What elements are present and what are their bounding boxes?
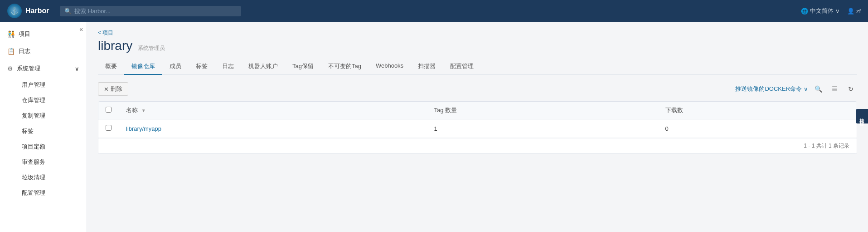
row-tag-count-cell: 1 <box>427 119 658 138</box>
sidebar-item-user-mgmt[interactable]: 用户管理 <box>15 77 87 93</box>
sidebar-label-gc-mgmt: 垃圾清理 <box>22 173 45 182</box>
user-icon: 👤 <box>847 8 854 15</box>
user-label: zf <box>856 8 861 15</box>
app-title: Harbor <box>25 7 49 15</box>
push-command-button[interactable]: 推送镜像的DOCKER命令 ∨ <box>735 85 808 93</box>
right-hint-text: 拷贝迁移 <box>859 114 865 118</box>
sidebar-item-tag-mgmt[interactable]: 标签 <box>15 123 87 139</box>
user-menu[interactable]: 👤 zf <box>847 8 861 15</box>
tab-webhooks[interactable]: Webhooks <box>369 59 411 75</box>
sidebar-item-repo-mgmt[interactable]: 仓库管理 <box>15 93 87 108</box>
pagination-label: 1 - 1 共计 1 条记录 <box>804 142 849 150</box>
sidebar-item-label-logs: 日志 <box>19 47 30 55</box>
nav-right: 🌐 中文简体 ∨ 👤 zf <box>801 7 861 15</box>
search-icon-button[interactable]: 🔍 <box>812 83 824 95</box>
tabs-bar: 概要 镜像仓库 成员 标签 日志 机器人账户 Tag保留 不可变的Tag <box>98 59 857 75</box>
projects-icon: 🧑‍🤝‍🧑 <box>7 30 15 38</box>
logo-area[interactable]: ⚓ Harbor <box>7 4 49 18</box>
tab-immutable-tags[interactable]: 不可变的Tag <box>321 59 369 75</box>
globe-icon: 🌐 <box>801 8 808 15</box>
row-name-cell: library/myapp <box>119 119 427 138</box>
breadcrumb-label: < 项目 <box>98 30 113 36</box>
search-icon: 🔍 <box>64 8 72 15</box>
sidebar-label-config-mgmt: 配置管理 <box>22 189 45 197</box>
sidebar-label-repo-mgmt: 仓库管理 <box>22 96 45 104</box>
tab-tag-retention[interactable]: Tag保留 <box>285 59 321 75</box>
list-view-icon: ☰ <box>832 85 838 93</box>
sidebar-item-label-projects: 项目 <box>19 30 30 38</box>
tab-config[interactable]: 配置管理 <box>443 59 481 75</box>
sidebar-item-gc-mgmt[interactable]: 垃圾清理 <box>15 170 87 185</box>
table-header-row: 名称 ▼ Tag 数量 下载数 <box>98 102 857 119</box>
lang-label: 中文简体 <box>810 7 834 15</box>
search-bar[interactable]: 🔍 <box>60 6 241 16</box>
breadcrumb[interactable]: < 项目 <box>98 29 857 37</box>
toolbar-right: 推送镜像的DOCKER命令 ∨ 🔍 ☰ ↻ <box>735 83 857 95</box>
app-logo-icon: ⚓ <box>7 4 22 18</box>
logs-icon: 📋 <box>7 48 15 55</box>
refresh-button[interactable]: ↻ <box>844 83 857 95</box>
sidebar-label-audit-mgmt: 审查服务 <box>22 158 45 166</box>
search-input[interactable] <box>74 8 237 15</box>
table-row: library/myapp 1 0 <box>98 119 857 138</box>
sidebar-label-replication-mgmt: 复制管理 <box>22 112 45 120</box>
tab-scanners[interactable]: 扫描器 <box>411 59 443 75</box>
sidebar: « 🧑‍🤝‍🧑 项目 📋 日志 ⚙ 系统管理 ∨ 用户管理 仓库管理 复制管 <box>0 22 87 232</box>
sidebar-item-label-admin: 系统管理 <box>17 64 40 73</box>
repository-table: 名称 ▼ Tag 数量 下载数 <box>98 102 857 138</box>
page-subtitle: 系统管理员 <box>138 44 165 52</box>
delete-x-icon: ✕ <box>104 86 109 93</box>
tab-repositories[interactable]: 镜像仓库 <box>124 59 162 75</box>
col-header-tag-count: Tag 数量 <box>427 102 658 119</box>
select-all-checkbox[interactable] <box>106 107 112 113</box>
search-icon: 🔍 <box>815 85 822 93</box>
right-hint-panel[interactable]: 拷贝迁移 <box>856 109 868 123</box>
pagination-row: 1 - 1 共计 1 条记录 <box>98 138 857 153</box>
main-content: < 项目 library 系统管理员 概要 镜像仓库 成员 标签 日志 <box>87 22 868 232</box>
language-switcher[interactable]: 🌐 中文简体 ∨ <box>801 7 840 15</box>
push-cmd-label: 推送镜像的DOCKER命令 <box>735 85 802 93</box>
sidebar-item-quota-mgmt[interactable]: 项目定额 <box>15 139 87 154</box>
tab-labels[interactable]: 标签 <box>189 59 215 75</box>
sidebar-label-user-mgmt: 用户管理 <box>22 81 45 89</box>
page-title: library <box>98 39 132 53</box>
sidebar-collapse-button[interactable]: « <box>79 25 83 33</box>
sidebar-item-config-mgmt[interactable]: 配置管理 <box>15 185 87 201</box>
sidebar-item-projects[interactable]: 🧑‍🤝‍🧑 项目 <box>0 25 87 43</box>
sidebar-admin-submenu: 用户管理 仓库管理 复制管理 标签 项目定额 审查服务 垃圾清理 配置管理 <box>0 77 87 201</box>
repository-table-container: 名称 ▼ Tag 数量 下载数 <box>98 101 857 154</box>
sidebar-label-tag-mgmt: 标签 <box>22 127 34 135</box>
main-layout: « 🧑‍🤝‍🧑 项目 📋 日志 ⚙ 系统管理 ∨ 用户管理 仓库管理 复制管 <box>0 22 868 232</box>
page-title-row: library 系统管理员 <box>98 39 857 53</box>
top-navigation: ⚓ Harbor 🔍 🌐 中文简体 ∨ 👤 zf <box>0 0 868 22</box>
sidebar-item-logs[interactable]: 📋 日志 <box>0 43 87 60</box>
sort-icon: ▼ <box>141 108 146 113</box>
tab-members[interactable]: 成员 <box>162 59 189 75</box>
repository-link[interactable]: library/myapp <box>126 125 161 132</box>
sidebar-item-audit-mgmt[interactable]: 审查服务 <box>15 154 87 170</box>
delete-label: 删除 <box>111 85 122 93</box>
sidebar-item-admin[interactable]: ⚙ 系统管理 ∨ <box>0 60 87 77</box>
delete-button[interactable]: ✕ 删除 <box>98 82 128 96</box>
refresh-icon: ↻ <box>848 85 853 93</box>
row-download-count-cell: 0 <box>658 119 857 138</box>
admin-chevron-icon: ∨ <box>75 65 79 72</box>
lang-chevron-icon: ∨ <box>835 8 840 15</box>
list-view-button[interactable]: ☰ <box>828 83 841 95</box>
col-header-download-count: 下载数 <box>658 102 857 119</box>
admin-icon: ⚙ <box>7 65 13 72</box>
tab-robot-accounts[interactable]: 机器人账户 <box>241 59 285 75</box>
sidebar-item-replication-mgmt[interactable]: 复制管理 <box>15 108 87 123</box>
toolbar: ✕ 删除 推送镜像的DOCKER命令 ∨ 🔍 ☰ ↻ <box>98 82 857 96</box>
tab-overview[interactable]: 概要 <box>98 59 124 75</box>
col-header-name[interactable]: 名称 ▼ <box>119 102 427 119</box>
push-cmd-chevron-icon: ∨ <box>804 86 808 93</box>
sidebar-label-quota-mgmt: 项目定额 <box>22 143 45 151</box>
row-checkbox[interactable] <box>106 125 112 131</box>
toolbar-left: ✕ 删除 <box>98 82 128 96</box>
row-checkbox-cell <box>98 119 119 138</box>
select-all-checkbox-cell <box>98 102 119 119</box>
tab-logs[interactable]: 日志 <box>215 59 241 75</box>
